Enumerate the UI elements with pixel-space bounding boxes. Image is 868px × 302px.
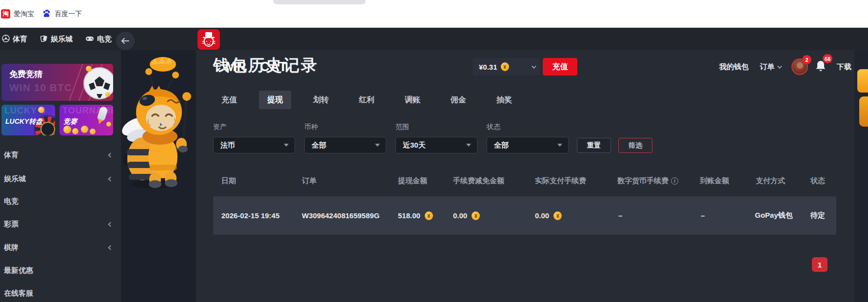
sidebar-item-esports[interactable]: 电竞 — [4, 194, 117, 208]
sidebar-item-promotions[interactable]: 最新优惠 — [4, 263, 117, 278]
status-select[interactable]: 全部 — [487, 137, 569, 153]
status-select-value: 全部 — [494, 141, 509, 150]
coin-icon: ¥ — [472, 211, 480, 220]
tab-withdraw[interactable]: 提现 — [259, 91, 291, 109]
caret-down-icon — [466, 144, 471, 147]
app-window: 淘 爱淘宝 百度一下 体育 — [0, 0, 868, 302]
taobao-icon: 淘 — [1, 9, 10, 19]
chevron-left-icon — [108, 176, 113, 181]
reset-button[interactable]: 重置 — [577, 138, 611, 153]
col-method: 支付方式 — [756, 176, 785, 186]
filter-label-asset: 资产 — [213, 123, 227, 132]
actual-fee-value: 0.00 — [535, 211, 549, 220]
deposit-button[interactable]: 充值 — [543, 58, 577, 76]
cell-received: – — [701, 196, 705, 235]
tournament-title: 竞赛 — [63, 117, 77, 126]
filter-button[interactable]: 筛选 — [618, 138, 652, 153]
tab-bonus[interactable]: 红利 — [351, 91, 383, 109]
coin-decor — [72, 128, 79, 134]
sidebar-item-label: 棋牌 — [4, 243, 19, 252]
sidebar-item-label: 娱乐城 — [4, 174, 26, 184]
chevron-down-icon — [777, 64, 782, 69]
chevron-left-icon — [108, 222, 113, 226]
sidebar: 免费竞猜 WIN 10 BTC LUCKY S LUCKY转盘 TOURNAME… — [0, 50, 121, 302]
info-icon[interactable]: i — [671, 177, 678, 185]
col-fee-discount: 手续费减免金额 — [453, 176, 504, 186]
asset-select[interactable]: 法币 — [213, 137, 295, 153]
tab-deposit[interactable]: 充值 — [213, 91, 245, 109]
col-date: 日期 — [221, 176, 236, 186]
filter-label-status: 状态 — [487, 123, 500, 132]
tab-commission[interactable]: 佣金 — [442, 91, 474, 109]
coin-decor — [106, 122, 111, 127]
orders-dropdown[interactable]: 订单 — [760, 56, 781, 78]
nav-left-menu: 体育 娱乐城 电竞 — [2, 28, 112, 50]
balance-amount: ¥0.31 — [479, 63, 497, 71]
sidebar-item-label: 体育 — [4, 151, 19, 160]
sidebar-item-label: 最新优惠 — [4, 266, 33, 275]
sidebar-item-label: 彩票 — [4, 220, 19, 229]
currency-select-value: 全部 — [312, 141, 326, 150]
free-bet-banner[interactable]: 免费竞猜 WIN 10 BTC — [1, 64, 113, 101]
history-tabs: 充值 提现 划转 红利 调账 佣金 抽奖 — [213, 91, 520, 109]
nav-item-sports-label: 体育 — [13, 35, 27, 44]
lucky-wheel-banner[interactable]: LUCKY S LUCKY转盘 — [1, 105, 55, 135]
cell-status: 待定 — [810, 196, 825, 235]
bookmark-taobao[interactable]: 淘 爱淘宝 — [1, 0, 34, 28]
orders-label: 订单 — [760, 62, 774, 72]
bee-mascot — [120, 54, 197, 192]
sports-ball-icon — [2, 35, 10, 44]
my-wallet-link[interactable]: 我的钱包 — [719, 56, 749, 78]
cell-actual-fee: 0.00 ¥ — [535, 196, 562, 235]
coin-icon: ¥ — [501, 62, 509, 71]
sidebar-item-casino[interactable]: 娱乐城 — [4, 171, 117, 186]
download-link[interactable]: 下载 — [837, 56, 851, 78]
coin-decor — [105, 92, 110, 97]
sidebar-item-sports[interactable]: 体育 — [4, 148, 117, 162]
cell-withdraw-amount: 518.00 ¥ — [398, 196, 433, 235]
tab-adjustment[interactable]: 调账 — [396, 91, 429, 109]
pagination-page-1[interactable]: 1 — [812, 257, 828, 272]
asset-select-value: 法币 — [220, 141, 235, 150]
page-title: 钱包历史记录 — [213, 55, 318, 76]
nav-item-sports[interactable]: 体育 — [2, 35, 27, 44]
lucky-wheel-title: LUCKY转盘 — [5, 117, 42, 126]
filter-label-currency: 币种 — [304, 123, 318, 132]
nav-item-casino[interactable]: 娱乐城 — [40, 35, 73, 44]
cell-method: GoPay钱包 — [755, 196, 793, 235]
sidebar-item-label: 电竞 — [4, 197, 19, 206]
range-select[interactable]: 近30天 — [395, 137, 477, 153]
nav-item-esports[interactable]: 电竞 — [85, 35, 112, 44]
sidebar-item-lottery[interactable]: 彩票 — [4, 217, 117, 231]
browser-bookmarks-bar: 淘 爱淘宝 百度一下 — [0, 0, 868, 28]
col-order: 订单 — [302, 176, 316, 186]
mr-cat-logo[interactable] — [197, 29, 220, 50]
nav-item-esports-label: 电竞 — [97, 35, 112, 44]
sidebar-item-support[interactable]: 在线客服 — [4, 286, 117, 301]
tab-lottery[interactable]: 抽奖 — [488, 91, 520, 109]
right-edge-mascot-fragment — [859, 96, 868, 127]
coin-icon: ¥ — [425, 211, 433, 220]
avatar-badge: 2 — [802, 55, 811, 64]
coin-decor — [86, 66, 92, 72]
fee-discount-value: 0.00 — [453, 211, 467, 220]
tournament-banner[interactable]: TOURNAMENT 竞赛 — [59, 105, 113, 135]
bookmark-baidu-label: 百度一下 — [55, 10, 82, 19]
col-received: 到账金额 — [700, 176, 729, 186]
coin-decor — [81, 126, 88, 133]
col-withdraw-amount: 提现金额 — [398, 176, 427, 186]
cell-fee-discount: 0.00 ¥ — [453, 196, 480, 235]
sidebar-item-boardgames[interactable]: 棋牌 — [4, 240, 117, 255]
sidebar-item-label: 在线客服 — [4, 289, 33, 298]
chevron-left-icon — [108, 245, 113, 250]
tab-transfer[interactable]: 划转 — [305, 91, 337, 109]
cell-crypto-fee: – — [618, 196, 622, 235]
gamepad-icon — [85, 35, 94, 43]
balance-selector[interactable]: ¥0.31 ¥ — [473, 58, 540, 76]
currency-select[interactable]: 全部 — [304, 137, 386, 153]
sidebar-collapse-button[interactable] — [116, 32, 135, 50]
caret-down-icon — [557, 144, 562, 147]
col-crypto-fee: 数字货币手续费 i — [617, 176, 678, 186]
cell-order: W3096424081659589G — [302, 196, 379, 235]
bookmark-baidu[interactable]: 百度一下 — [42, 0, 82, 28]
